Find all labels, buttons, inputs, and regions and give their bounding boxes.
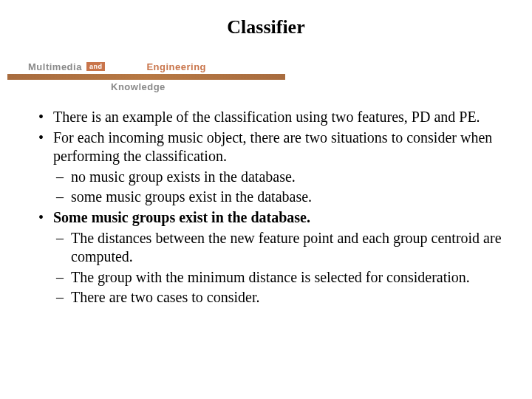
logo-word-multimedia: Multimedia	[28, 61, 82, 72]
bullet-text: There is an example of the classificatio…	[53, 109, 480, 125]
list-item: no music group exists in the database.	[53, 168, 502, 187]
bullet-list: There is an example of the classificatio…	[30, 108, 502, 307]
sub-text: some music groups exist in the database.	[71, 188, 312, 205]
list-item: There is an example of the classificatio…	[30, 108, 502, 127]
logo-word-knowledge: Knowledge	[111, 81, 166, 92]
logo-banner: Multimedia and Engineering Knowledge	[7, 59, 285, 90]
list-item: some music groups exist in the database.	[53, 188, 502, 207]
logo-word-and: and	[86, 62, 106, 71]
slide-title: Classifier	[0, 16, 532, 38]
bullet-text: Some music groups exist in the database.	[53, 209, 310, 225]
sub-text: no music group exists in the database.	[71, 168, 296, 185]
list-item: There are two cases to consider.	[53, 288, 502, 307]
list-item: For each incoming music object, there ar…	[30, 129, 502, 207]
logo-bar	[7, 74, 285, 80]
list-item: The distances between the new feature po…	[53, 229, 502, 267]
logo-word-engineering: Engineering	[146, 61, 206, 72]
sub-text: The distances between the new feature po…	[71, 230, 502, 265]
sub-text: There are two cases to consider.	[71, 289, 259, 305]
bullet-text: For each incoming music object, there ar…	[53, 129, 492, 165]
sub-list: The distances between the new feature po…	[53, 229, 502, 307]
sub-text: The group with the minimum distance is s…	[71, 269, 470, 285]
sub-list: no music group exists in the database. s…	[53, 168, 502, 207]
slide-content: There is an example of the classificatio…	[0, 108, 532, 307]
list-item: Some music groups exist in the database.…	[30, 208, 502, 307]
list-item: The group with the minimum distance is s…	[53, 268, 502, 287]
